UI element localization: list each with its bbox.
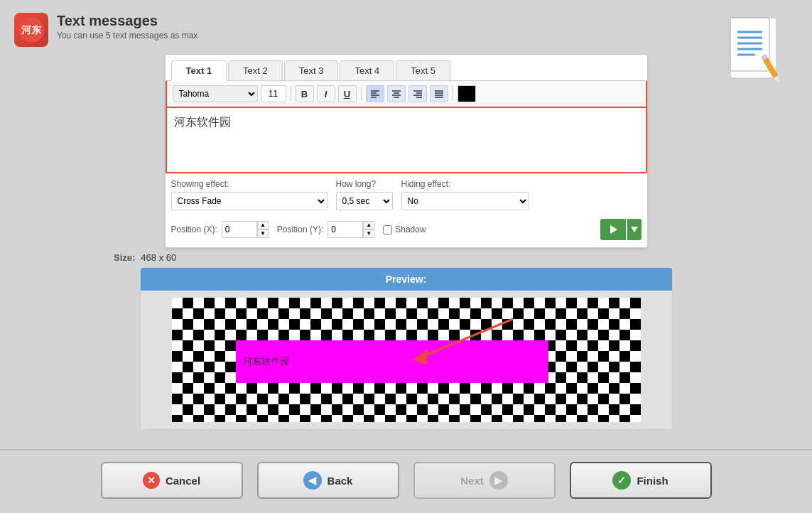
- pos-y-label: Position (Y):: [277, 225, 323, 234]
- italic-button[interactable]: I: [317, 85, 335, 102]
- pos-x-group: Position (X): ▲ ▼: [171, 221, 269, 238]
- checkerboard: 河东软件园: [172, 298, 641, 422]
- toolbar-sep2: [361, 87, 362, 101]
- finish-button[interactable]: ✓ Finish: [570, 462, 712, 499]
- preview-text-block: 河东软件园: [236, 340, 548, 383]
- howlong-select[interactable]: 0,5 sec 1 sec 2 sec: [336, 192, 393, 210]
- svg-text:河东: 河东: [21, 24, 42, 36]
- cancel-button[interactable]: ✕ Cancel: [101, 462, 243, 499]
- page-subtitle: You can use 5 text messages as max: [57, 31, 197, 40]
- svg-marker-29: [631, 227, 638, 232]
- preview-container: Preview: 河东软件园: [140, 267, 673, 430]
- tab-text3[interactable]: Text 3: [284, 60, 339, 80]
- play-button[interactable]: [600, 219, 626, 240]
- hiding-effect-select[interactable]: No Fade Out Slide Out: [401, 192, 529, 210]
- finish-icon: ✓: [612, 471, 631, 490]
- pos-y-group: Position (Y): ▲ ▼: [277, 221, 374, 238]
- shadow-group: Shadow: [383, 225, 426, 234]
- preview-text: 河东软件园: [243, 355, 289, 368]
- doc-icon-area: [727, 14, 791, 95]
- align-justify-button[interactable]: [430, 85, 448, 102]
- tab-text4[interactable]: Text 4: [340, 60, 394, 80]
- pos-x-input[interactable]: [222, 221, 257, 238]
- pos-y-down[interactable]: ▼: [363, 230, 374, 238]
- page-title: Text messages: [57, 13, 197, 29]
- back-button[interactable]: ◀ Back: [257, 462, 399, 499]
- back-icon: ◀: [303, 471, 322, 490]
- play-dropdown-button[interactable]: [627, 219, 642, 240]
- position-row: Position (X): ▲ ▼ Position (Y):: [166, 216, 647, 247]
- preview-label: Preview:: [386, 274, 427, 285]
- showing-effect-group: Showing effect: Cross Fade Slide In Zoom…: [171, 179, 327, 210]
- preview-header: Preview:: [141, 268, 672, 291]
- next-label: Next: [460, 475, 484, 487]
- toolbar-sep3: [453, 87, 453, 101]
- hiding-effect-group: Hiding effect: No Fade Out Slide Out: [401, 179, 529, 210]
- panel-container: Text 1 Text 2 Text 3 Text 4 Text 5 Tah: [165, 54, 648, 248]
- pos-y-spinner: ▲ ▼: [363, 221, 374, 238]
- logo-icon: 河东: [14, 13, 48, 47]
- toolbar-row: Tahoma Arial Times New Roman B I U: [166, 81, 647, 108]
- pos-x-label: Position (X):: [171, 225, 217, 234]
- back-label: Back: [327, 475, 353, 487]
- size-row: Size: 468 x 60: [57, 248, 755, 267]
- bottom-nav: ✕ Cancel ◀ Back Next ▶ ✓ Finish: [0, 450, 812, 513]
- pos-y-wrap: ▲ ▼: [327, 221, 374, 238]
- finish-label: Finish: [637, 475, 668, 487]
- header-area: 河东 Text messages You can use 5 text mess…: [0, 0, 812, 47]
- align-center-button[interactable]: [387, 85, 406, 102]
- hiding-effect-label: Hiding effect:: [401, 179, 529, 189]
- cancel-label: Cancel: [166, 475, 200, 487]
- color-button[interactable]: [458, 85, 476, 102]
- showing-effect-select[interactable]: Cross Fade Slide In Zoom In: [171, 192, 327, 210]
- tabs-row: Text 1 Text 2 Text 3 Text 4 Text 5: [166, 55, 647, 81]
- preview-canvas: 河东软件园: [141, 291, 672, 429]
- svg-marker-28: [610, 225, 617, 234]
- text-edit-area: 河东软件园: [166, 108, 647, 173]
- bold-button[interactable]: B: [296, 85, 314, 102]
- effects-row: Showing effect: Cross Fade Slide In Zoom…: [166, 173, 647, 216]
- next-button[interactable]: Next ▶: [413, 462, 556, 499]
- size-value: 468 x 60: [141, 252, 176, 263]
- howlong-label: How long?: [336, 179, 393, 189]
- play-btn-group: [600, 219, 642, 240]
- main-content: Text 1 Text 2 Text 3 Text 4 Text 5 Tah: [0, 47, 812, 449]
- showing-effect-label: Showing effect:: [171, 179, 327, 189]
- shadow-checkbox[interactable]: [383, 225, 392, 234]
- tab-text5[interactable]: Text 5: [396, 60, 450, 80]
- underline-button[interactable]: U: [338, 85, 357, 102]
- align-left-button[interactable]: [366, 85, 384, 102]
- next-icon: ▶: [489, 471, 508, 490]
- shadow-label: Shadow: [395, 225, 426, 234]
- document-icon: [727, 14, 791, 92]
- tab-text1[interactable]: Text 1: [171, 60, 227, 81]
- font-size-input[interactable]: [261, 85, 286, 102]
- size-label: Size:: [114, 252, 135, 263]
- text-input[interactable]: 河东软件园: [174, 115, 639, 165]
- tab-text2[interactable]: Text 2: [228, 60, 283, 80]
- font-select[interactable]: Tahoma Arial Times New Roman: [173, 85, 258, 102]
- pos-y-input[interactable]: [327, 221, 363, 238]
- howlong-group: How long? 0,5 sec 1 sec 2 sec: [336, 179, 393, 210]
- play-icon: [608, 225, 618, 234]
- header-left: 河东 Text messages You can use 5 text mess…: [14, 13, 197, 47]
- toolbar-sep1: [291, 87, 291, 101]
- pos-x-down[interactable]: ▼: [257, 230, 269, 238]
- pos-x-up[interactable]: ▲: [257, 221, 269, 230]
- pos-x-spinner: ▲ ▼: [257, 221, 269, 238]
- pos-y-up[interactable]: ▲: [363, 221, 374, 230]
- align-right-button[interactable]: [408, 85, 427, 102]
- play-dropdown-icon: [631, 227, 638, 232]
- cancel-icon: ✕: [143, 472, 160, 489]
- header-text-area: Text messages You can use 5 text message…: [57, 13, 197, 40]
- pos-x-wrap: ▲ ▼: [222, 221, 269, 238]
